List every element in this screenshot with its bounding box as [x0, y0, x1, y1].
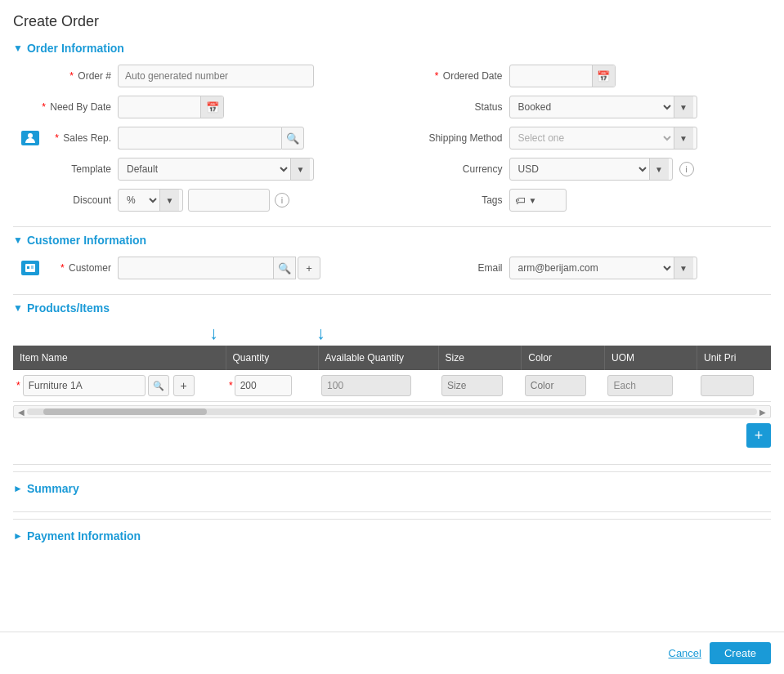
sales-rep-label: * Sales Rep.: [46, 132, 111, 144]
item-name-input[interactable]: [23, 375, 146, 396]
uom-input[interactable]: [607, 375, 673, 396]
size-cell: [438, 370, 522, 402]
ordered-date-input[interactable]: 01/24/2018: [510, 65, 592, 87]
svg-rect-1: [25, 264, 35, 272]
customer-add-button[interactable]: +: [298, 257, 320, 279]
discount-inputs: % ▼ 0.00 i: [118, 189, 289, 212]
cancel-button[interactable]: Cancel: [669, 647, 701, 659]
template-select[interactable]: Default: [119, 158, 290, 180]
customer-input-wrapper: ARM Infotech 🔍 +: [118, 257, 320, 279]
col-header-unit-price: Unit Pri: [697, 346, 771, 370]
discount-type-arrow-icon: ▼: [159, 190, 179, 211]
currency-label: Currency: [405, 163, 503, 175]
status-select[interactable]: Booked: [510, 96, 674, 118]
uom-cell: [604, 370, 697, 402]
item-add-button[interactable]: +: [173, 375, 195, 396]
ordered-date-row: * Ordered Date 01/24/2018 📅: [405, 65, 772, 87]
add-row-button[interactable]: +: [746, 423, 771, 448]
col-header-available-quantity: Available Quantity: [318, 346, 438, 370]
customer-input[interactable]: ARM Infotech: [118, 257, 273, 279]
summary-section: ► Summary: [13, 471, 771, 505]
email-label: Email: [405, 262, 503, 274]
person-icon: [21, 131, 39, 145]
customer-info-chevron-icon: ▼: [13, 234, 23, 246]
tags-row: Tags 🏷 ▼: [405, 189, 772, 212]
need-by-date-input[interactable]: 01/24/2018: [119, 96, 200, 118]
order-num-row: * Order #: [21, 65, 388, 87]
table-scrollbar[interactable]: ◀ ▶: [13, 405, 771, 418]
payment-information-header[interactable]: ► Payment Information: [13, 529, 771, 542]
col-header-uom: UOM: [604, 346, 697, 370]
unit-price-input[interactable]: [701, 375, 754, 396]
footer-bar: Cancel Create: [0, 632, 784, 674]
size-input[interactable]: [441, 375, 503, 396]
col-header-quantity: Quantity: [226, 346, 318, 370]
scroll-left-icon[interactable]: ◀: [16, 408, 27, 417]
currency-dropdown-arrow-icon: ▼: [649, 158, 669, 180]
products-chevron-icon: ▼: [13, 302, 23, 314]
quantity-input[interactable]: [235, 375, 292, 396]
shipping-method-select[interactable]: Select one: [510, 127, 674, 149]
order-information-header[interactable]: ▼ Order Information: [13, 42, 771, 55]
discount-label: Discount: [21, 194, 111, 206]
status-label: Status: [405, 101, 503, 113]
need-by-date-wrapper: 01/24/2018 📅: [118, 96, 224, 118]
col-header-item-name: Item Name: [13, 346, 226, 370]
sales-rep-input-wrapper: andrea newman 🔍: [118, 127, 304, 150]
shipping-method-select-wrapper[interactable]: Select one ▼: [509, 127, 697, 150]
customer-information-header[interactable]: ▼ Customer Information: [13, 234, 771, 247]
table-header-row: Item Name Quantity Available Quantity Si…: [13, 346, 771, 370]
order-information-form: * Order # * Ordered Date 01/24/2018 📅: [13, 65, 771, 212]
ordered-date-calendar-icon[interactable]: 📅: [592, 65, 615, 87]
summary-label: Summary: [27, 482, 79, 495]
ordered-date-label: * Ordered Date: [405, 70, 503, 82]
discount-info-icon[interactable]: i: [275, 193, 289, 208]
order-info-chevron-icon: ▼: [13, 42, 23, 54]
discount-type-wrapper[interactable]: % ▼: [118, 189, 183, 212]
payment-information-label: Payment Information: [27, 529, 141, 542]
item-search-button[interactable]: 🔍: [148, 375, 169, 396]
order-num-input[interactable]: [118, 65, 314, 87]
scrollbar-thumb: [43, 408, 207, 415]
arrow-indicators: ↓ ↓: [13, 324, 771, 342]
status-select-wrapper[interactable]: Booked ▼: [509, 96, 697, 118]
available-quantity-input[interactable]: [321, 375, 411, 396]
tags-label: Tags: [405, 194, 503, 206]
products-table: Item Name Quantity Available Quantity Si…: [13, 346, 771, 402]
shipping-method-label: Shipping Method: [405, 132, 503, 144]
need-by-date-calendar-icon[interactable]: 📅: [200, 96, 223, 118]
currency-info-icon[interactable]: i: [679, 162, 694, 176]
create-button[interactable]: Create: [710, 642, 771, 664]
products-items-header[interactable]: ▼ Products/Items: [13, 301, 771, 315]
template-label: Template: [21, 163, 111, 175]
color-input[interactable]: [525, 375, 586, 396]
sales-rep-row: * Sales Rep. andrea newman 🔍: [21, 127, 388, 150]
email-select[interactable]: arm@berijam.com: [510, 257, 674, 279]
color-cell: [522, 370, 605, 402]
customer-information-label: Customer Information: [27, 234, 146, 247]
sales-rep-search-button[interactable]: 🔍: [281, 127, 304, 150]
need-by-date-row: * Need By Date 01/24/2018 📅: [21, 96, 388, 118]
products-items-section: ▼ Products/Items ↓ ↓ Item Name Quantity …: [13, 301, 771, 454]
table-row: * 🔍 + *: [13, 370, 771, 402]
scroll-right-icon[interactable]: ▶: [757, 408, 768, 417]
email-row: Email arm@berijam.com ▼: [405, 257, 772, 279]
template-dropdown-arrow-icon: ▼: [290, 158, 310, 180]
status-row: Status Booked ▼: [405, 96, 772, 118]
page-title: Create Order: [13, 13, 771, 30]
currency-select-wrapper[interactable]: USD ▼: [509, 158, 673, 181]
template-select-wrapper[interactable]: Default ▼: [118, 158, 314, 181]
email-select-wrapper[interactable]: arm@berijam.com ▼: [509, 257, 697, 279]
order-num-label: * Order #: [21, 70, 111, 82]
available-quantity-cell: [318, 370, 438, 402]
discount-value-input[interactable]: 0.00: [188, 189, 270, 212]
customer-search-button[interactable]: 🔍: [273, 257, 296, 279]
discount-type-select[interactable]: %: [119, 190, 159, 211]
currency-select[interactable]: USD: [510, 158, 649, 180]
sales-rep-input[interactable]: andrea newman: [118, 127, 281, 150]
scrollbar-track: [27, 408, 757, 415]
ordered-date-wrapper: 01/24/2018 📅: [509, 65, 616, 87]
summary-header[interactable]: ► Summary: [13, 482, 771, 495]
tags-input[interactable]: 🏷 ▼: [509, 189, 567, 212]
tags-dropdown-arrow-icon: ▼: [529, 196, 537, 205]
